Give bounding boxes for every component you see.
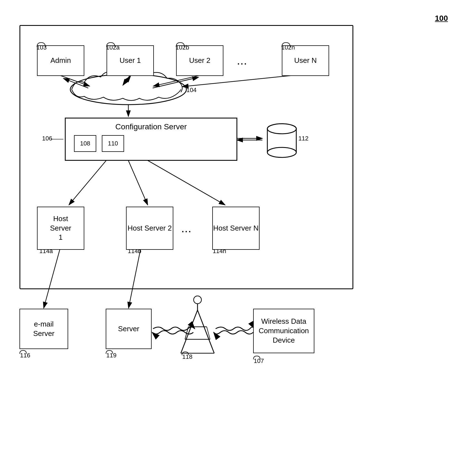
email-server-label: e-mailServer: [33, 320, 55, 338]
wireless-device-box: Wireless DataCommunicationDevice: [253, 309, 314, 353]
tower-bracket-svg: [181, 351, 189, 356]
wireless-device-label: Wireless DataCommunicationDevice: [259, 317, 309, 345]
svg-line-30: [44, 249, 60, 308]
tower-svg: [175, 295, 220, 356]
tower-container: [175, 295, 220, 350]
diagram-container: 100: [11, 11, 465, 445]
svg-line-31: [129, 249, 140, 308]
server-label: Server: [118, 325, 139, 333]
svg-line-34: [181, 310, 198, 353]
email-bracket-svg: [19, 350, 27, 354]
wireless-bracket-svg: [253, 355, 261, 360]
svg-point-32: [194, 296, 201, 304]
svg-line-35: [198, 310, 214, 353]
email-server-box: e-mailServer: [19, 309, 68, 349]
figure-number: 100: [435, 14, 448, 23]
server-box: Server: [106, 309, 152, 349]
server-bracket-svg: [105, 350, 114, 354]
